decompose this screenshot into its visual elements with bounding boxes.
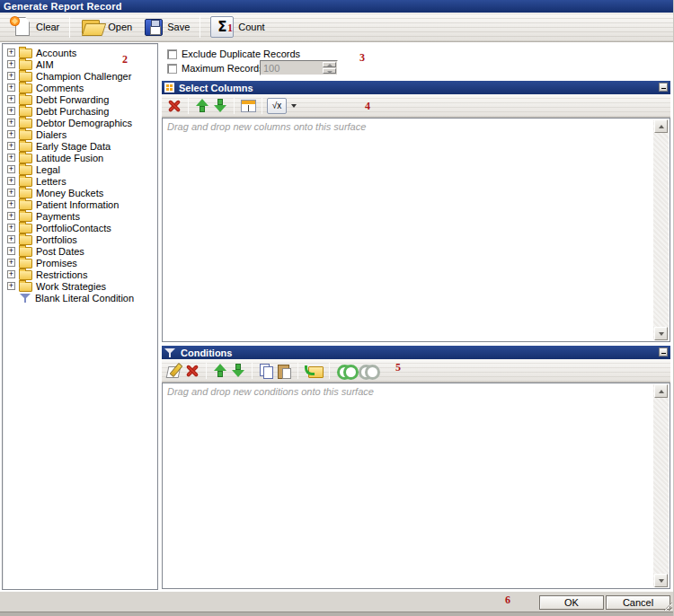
expand-icon[interactable]: + — [7, 142, 15, 150]
select-columns-header: Select Columns — [162, 81, 670, 94]
minimize-panel-icon[interactable] — [659, 348, 668, 356]
tree-item-accounts[interactable]: +Accounts — [4, 47, 157, 58]
ok-button[interactable]: OK — [539, 595, 604, 610]
tree-item-letters[interactable]: +Letters — [4, 175, 157, 187]
tree-item-latitude-fusion[interactable]: +Latitude Fusion — [4, 152, 157, 163]
expand-icon[interactable]: + — [7, 107, 15, 115]
expand-icon[interactable]: + — [7, 60, 15, 68]
delete-condition-button[interactable] — [183, 362, 201, 380]
grid-icon — [164, 83, 174, 92]
tree-item-debt-forwarding[interactable]: +Debt Forwarding — [4, 93, 157, 105]
spin-down-icon[interactable] — [323, 68, 336, 74]
expand-icon[interactable]: + — [7, 48, 15, 57]
tree-item-money-buckets[interactable]: +Money Buckets — [4, 187, 157, 198]
group-conditions-button[interactable] — [334, 362, 356, 380]
tree-item-dialers[interactable]: +Dialers — [4, 128, 157, 140]
scroll-down-icon[interactable] — [654, 327, 668, 340]
edit-condition-button[interactable] — [165, 362, 183, 380]
delete-column-button[interactable] — [165, 97, 183, 115]
tree-item-work-strategies[interactable]: +Work Strategies — [4, 280, 157, 292]
move-column-down-button[interactable] — [211, 97, 229, 115]
tree-item-label: Legal — [36, 164, 60, 175]
count-button[interactable]: Σ Count — [204, 14, 270, 40]
tree-item-label: Latitude Fusion — [36, 153, 103, 163]
exclude-duplicates-checkbox[interactable] — [167, 49, 177, 59]
expand-icon[interactable]: + — [7, 84, 15, 92]
expand-icon[interactable]: + — [7, 270, 15, 278]
tree-item-legal[interactable]: +Legal — [4, 163, 157, 175]
open-button[interactable]: Open — [74, 14, 138, 40]
expand-icon[interactable]: + — [7, 247, 15, 255]
expand-icon[interactable]: + — [7, 282, 15, 290]
expand-icon[interactable]: + — [7, 212, 15, 220]
tree-item-payments[interactable]: +Payments — [4, 210, 157, 222]
expand-icon[interactable]: + — [7, 259, 15, 267]
expand-icon[interactable]: + — [7, 119, 15, 127]
tree-item-champion-challenger[interactable]: +Champion Challenger — [4, 70, 157, 82]
tree-item-comments[interactable]: +Comments — [4, 82, 157, 93]
tree-item-label: Portfolios — [36, 234, 77, 245]
save-button[interactable]: Save — [138, 14, 196, 40]
expand-icon[interactable]: + — [7, 177, 15, 185]
scroll-up-icon[interactable] — [654, 384, 668, 398]
columns-scrollbar[interactable] — [653, 119, 669, 340]
open-folder-icon — [80, 18, 103, 36]
group-conditions-icon — [337, 365, 354, 376]
tree-item-label: Work Strategies — [36, 281, 106, 292]
minimize-panel-icon[interactable] — [659, 83, 668, 92]
tree-item-promises[interactable]: +Promises — [4, 257, 157, 268]
paste-condition-button[interactable] — [275, 362, 293, 380]
funnel-icon — [19, 293, 31, 304]
select-columns-surface[interactable]: Drag and drop new columns onto this surf… — [162, 118, 670, 342]
tree-item-label: Dialers — [36, 129, 67, 140]
tree-item-aim[interactable]: +AIM — [4, 58, 157, 70]
move-condition-up-button[interactable] — [211, 362, 229, 380]
tree-item-patient-information[interactable]: +Patient Information — [4, 198, 157, 210]
save-condition-button[interactable] — [303, 362, 324, 380]
tree-item-portfoliocontacts[interactable]: +PortfolioContacts — [4, 222, 157, 233]
expand-icon[interactable]: + — [7, 130, 15, 138]
expand-icon[interactable]: + — [7, 224, 15, 232]
rename-column-button[interactable] — [239, 97, 257, 115]
scroll-down-icon[interactable] — [654, 574, 668, 587]
conditions-surface[interactable]: Drag and drop new conditions onto this s… — [162, 383, 670, 589]
formula-button[interactable]: √x — [267, 98, 287, 114]
tree-item-early-stage-data[interactable]: +Early Stage Data — [4, 140, 157, 152]
move-column-up-button[interactable] — [193, 97, 211, 115]
tree-item-debt-purchasing[interactable]: +Debt Purchasing — [4, 105, 157, 117]
tree-item-post-dates[interactable]: +Post Dates — [4, 245, 157, 257]
tree-item-debtor-demographics[interactable]: +Debtor Demographics — [4, 117, 157, 128]
copy-condition-button[interactable] — [257, 362, 275, 380]
folder-icon — [19, 177, 32, 187]
maximum-records-checkbox[interactable] — [167, 64, 177, 74]
main-toolbar: Clear Open Save Σ Count — [0, 13, 673, 42]
clear-button[interactable]: Clear — [5, 14, 66, 40]
folder-icon — [19, 72, 32, 82]
tree-item-portfolios[interactable]: +Portfolios — [4, 233, 157, 245]
formula-dropdown-icon[interactable] — [291, 104, 297, 108]
ungroup-conditions-button[interactable] — [356, 362, 377, 380]
move-down-icon — [232, 363, 245, 378]
expand-icon[interactable]: + — [7, 165, 15, 173]
tree-item-label: Debtor Demographics — [36, 118, 132, 128]
callout-3: 3 — [359, 51, 365, 65]
scroll-up-icon[interactable] — [654, 119, 668, 133]
expand-icon[interactable]: + — [7, 95, 15, 103]
conditions-scrollbar[interactable] — [653, 384, 669, 587]
spin-up-icon[interactable] — [323, 62, 336, 67]
cancel-button[interactable]: Cancel — [606, 595, 670, 610]
maximum-records-spinner[interactable]: 100 — [260, 60, 338, 75]
tree-item-blank-literal-condition[interactable]: Blank Literal Condition — [4, 292, 157, 304]
expand-icon[interactable]: + — [7, 235, 15, 243]
tree-item-restrictions[interactable]: +Restrictions — [4, 268, 157, 280]
move-condition-down-button[interactable] — [229, 362, 247, 380]
save-to-folder-icon — [306, 364, 323, 377]
folder-icon — [19, 189, 32, 198]
expand-icon[interactable]: + — [7, 189, 15, 197]
callout-1: 1 — [227, 22, 233, 35]
expand-icon[interactable]: + — [7, 200, 15, 208]
save-disk-icon — [145, 19, 163, 36]
data-tree[interactable]: +Accounts+AIM+Champion Challenger+Commen… — [2, 43, 158, 590]
expand-icon[interactable]: + — [7, 154, 15, 162]
expand-icon[interactable]: + — [7, 72, 15, 80]
